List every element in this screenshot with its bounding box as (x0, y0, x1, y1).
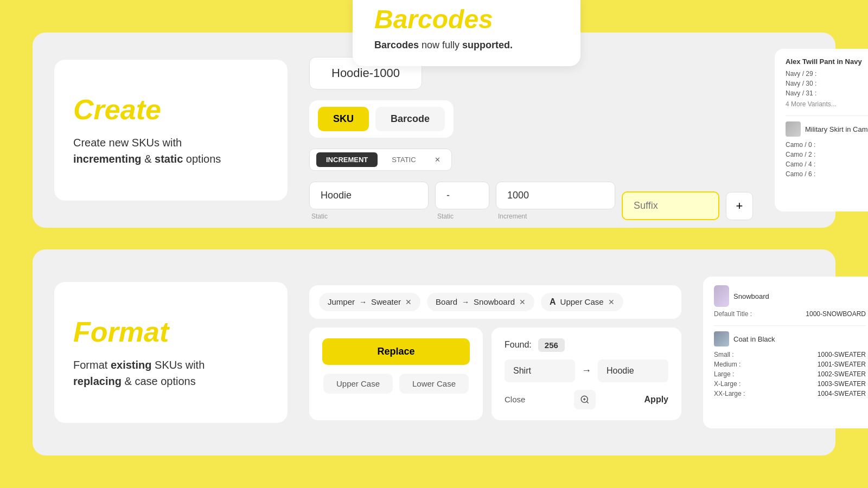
avatar (714, 285, 729, 307)
uppercase-icon: A (550, 297, 556, 307)
field1-label: Static (309, 213, 429, 220)
barcodes-bubble: Barcodes Barcodes now fully supported. (353, 0, 580, 66)
replace-to-input[interactable] (598, 359, 668, 382)
variant-row: Medium : 1001-SWEATER (714, 359, 866, 369)
case-tag: A Upper Case ✕ (541, 293, 623, 311)
variant-row: Large : 1002-SWEATER (714, 369, 866, 379)
product-item: Alex Twill Pant in Navy Navy / 29 : 1000… (786, 57, 868, 108)
create-title: Create (73, 93, 269, 126)
tags-row: Jumper → Sweater ✕ Board → Snowboard ✕ A… (309, 285, 681, 319)
create-middle: Hoodie-1000 SKU Barcode INCREMENT STATIC… (309, 57, 753, 220)
replace-arrow-icon: → (582, 365, 591, 376)
default-title-label: Default Title : (714, 310, 752, 318)
field2-group: Static (435, 182, 489, 220)
variant-row: Camo / 2 : 1007-Hoodie (786, 150, 868, 159)
avatar (714, 331, 729, 346)
product-name: Alex Twill Pant in Navy (786, 57, 868, 66)
product-divider (714, 325, 866, 326)
product-item: Coat in Black Small : 1000-SWEATER Mediu… (714, 331, 866, 399)
apply-button[interactable]: Apply (644, 395, 668, 404)
variant-row: XX-Large : 1004-SWEATER (714, 389, 866, 399)
format-title: Format (73, 316, 269, 348)
barcode-button[interactable]: Barcode (375, 107, 445, 131)
hoodie-input[interactable] (309, 182, 429, 209)
replace-tag-jumper: Jumper → Sweater ✕ (319, 293, 420, 311)
create-product-list: Alex Twill Pant in Navy Navy / 29 : 1000… (775, 49, 868, 211)
arrow-icon: → (359, 298, 367, 306)
found-panel: Found: 256 → Close (492, 328, 681, 420)
remove-tag-icon[interactable]: ✕ (519, 298, 526, 306)
increment-input[interactable] (496, 182, 615, 209)
separator-input[interactable] (435, 182, 489, 209)
field2-label: Static (435, 213, 489, 220)
field1-group: Static (309, 182, 429, 220)
barcodes-description: Barcodes now fully supported. (374, 40, 559, 51)
more-variants[interactable]: 4 More Variants... (786, 100, 868, 108)
field3-label: Increment (496, 213, 615, 220)
arrow-icon: → (462, 298, 469, 306)
close-button[interactable]: Close (505, 395, 525, 404)
case-buttons: Upper Case Lower Case (322, 374, 470, 394)
product-item: Military Skirt in Camo Camo / 0 : 1006-H… (786, 121, 868, 179)
product-name: Military Skirt in Camo (805, 125, 868, 133)
add-field-button[interactable]: + (726, 192, 753, 220)
default-title-value: 1000-SNOWBOARD (806, 310, 866, 318)
product-divider (786, 115, 868, 116)
suffix-input[interactable] (622, 191, 719, 220)
upper-case-button[interactable]: Upper Case (323, 374, 393, 394)
close-tab-icon[interactable]: ✕ (430, 152, 445, 167)
avatar (786, 121, 801, 137)
increment-static-tabs: INCREMENT STATIC ✕ (309, 149, 452, 171)
action-row: Close Apply (505, 390, 668, 409)
tab-increment[interactable]: INCREMENT (316, 152, 378, 167)
format-description: Format existing SKUs with replacing & ca… (73, 357, 269, 389)
create-description: Create new SKUs with incrementing & stat… (73, 134, 269, 167)
product-header: Snowboard (714, 285, 866, 307)
default-title-row: Default Title : 1000-SNOWBOARD (714, 310, 866, 318)
format-card: Format Format existing SKUs with replaci… (54, 282, 288, 423)
sku-barcode-selector: SKU Barcode (309, 100, 454, 138)
found-row: Found: 256 (505, 338, 668, 352)
found-count: 256 (538, 338, 565, 352)
variant-row: Navy / 29 : 1000-Hoodie (786, 69, 868, 79)
remove-case-icon[interactable]: ✕ (608, 298, 615, 306)
format-panel: Format Format existing SKUs with replaci… (33, 249, 835, 455)
product-header: Military Skirt in Camo (786, 121, 868, 137)
create-card: Create Create new SKUs with incrementing… (54, 60, 288, 201)
product-header: Coat in Black (714, 331, 866, 346)
replace-button[interactable]: Replace (322, 338, 470, 365)
product-name: Coat in Black (733, 335, 775, 343)
sku-button[interactable]: SKU (318, 107, 369, 131)
format-product-list: Snowboard Default Title : 1000-SNOWBOARD… (703, 277, 868, 428)
variant-row: Navy / 30 : 1001-Hoodie (786, 79, 868, 88)
lower-case-button[interactable]: Lower Case (399, 374, 469, 394)
found-label: Found: (505, 340, 532, 350)
product-name: Snowboard (733, 292, 769, 300)
format-middle: Jumper → Sweater ✕ Board → Snowboard ✕ A… (309, 285, 681, 420)
product-item: Snowboard Default Title : 1000-SNOWBOARD (714, 285, 866, 318)
replace-input-row: → (505, 359, 668, 382)
remove-tag-icon[interactable]: ✕ (405, 298, 412, 306)
suffix-group (622, 191, 719, 220)
replace-from-input[interactable] (505, 359, 575, 382)
tab-static[interactable]: STATIC (382, 152, 425, 167)
variant-row: X-Large : 1003-SWEATER (714, 379, 866, 389)
regex-button[interactable] (574, 390, 596, 409)
variant-row: Navy / 31 : 1002-Hoodie (786, 88, 868, 98)
replace-tag-board: Board → Snowboard ✕ (427, 293, 534, 311)
field3-group: Increment (496, 182, 615, 220)
variant-row: Small : 1000-SWEATER (714, 350, 866, 359)
variant-row: Camo / 4 : 1008-Hoodie (786, 159, 868, 169)
replace-panel: Replace Upper Case Lower Case (309, 328, 483, 420)
case-tag-label: Upper Case (560, 297, 604, 306)
barcodes-title: Barcodes (374, 4, 559, 34)
sku-input-row: Static Static Increment + (309, 182, 753, 220)
variant-row: Camo / 6 : 1009-Hoodie (786, 169, 868, 179)
format-bottom-row: Replace Upper Case Lower Case Found: 256… (309, 328, 681, 420)
variant-row: Camo / 0 : 1006-Hoodie (786, 140, 868, 150)
